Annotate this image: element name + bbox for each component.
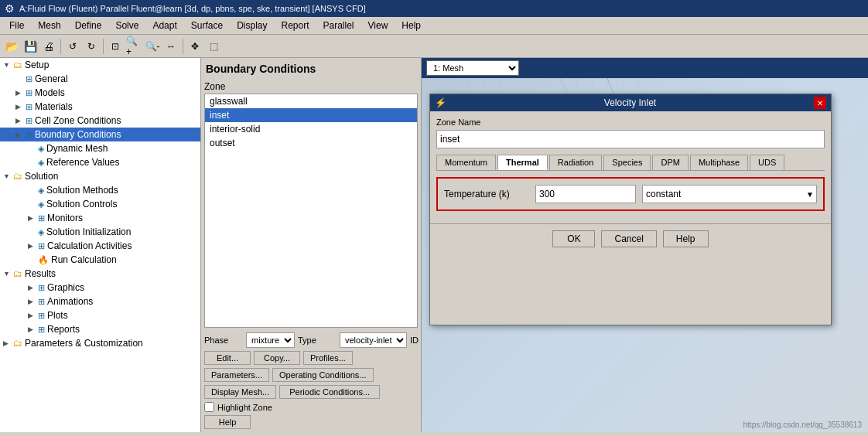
- toolbar-zoom-fit[interactable]: ⊡: [107, 38, 124, 55]
- toolbar-btn-4[interactable]: ↺: [64, 38, 81, 55]
- tree-animations[interactable]: ▶ ⊞ Animations: [0, 295, 200, 308]
- toolbar: 📂 💾 🖨 ↺ ↻ ⊡ 🔍+ 🔍- ↔ ✥ ⬚: [0, 35, 868, 58]
- bc-periodic-conditions-button[interactable]: Periodic Conditions...: [279, 385, 380, 399]
- bc-zone-interior-solid[interactable]: interior-solid: [205, 122, 417, 136]
- materials-label: Materials: [35, 101, 73, 112]
- menu-item-surface[interactable]: Surface: [185, 19, 229, 32]
- general-label: General: [35, 73, 68, 84]
- dialog-ok-button[interactable]: OK: [552, 230, 595, 247]
- tree-graphics[interactable]: ▶ ⊞ Graphics: [0, 281, 200, 295]
- setup-folder-icon: 🗂: [13, 60, 22, 70]
- si-icon: ◈: [38, 227, 44, 237]
- menu-item-report[interactable]: Report: [275, 19, 315, 32]
- tab-thermal[interactable]: Thermal: [497, 155, 548, 170]
- bc-highlight-checkbox[interactable]: [204, 402, 214, 412]
- toolbar-btn-sel[interactable]: ⬚: [205, 38, 222, 55]
- ca-label: Calculation Activities: [47, 240, 132, 251]
- tab-dpm[interactable]: DPM: [652, 155, 688, 170]
- czc-label: Cell Zone Conditions: [35, 115, 121, 126]
- tree-solution-controls[interactable]: ◈ Solution Controls: [0, 197, 200, 211]
- tree-run-calc[interactable]: 🔥 Run Calculation: [0, 253, 200, 267]
- expand-mon-icon: ▶: [28, 214, 36, 222]
- bc-profiles-button[interactable]: Profiles...: [303, 351, 353, 365]
- bc-zone-inset[interactable]: inset: [205, 108, 417, 122]
- zone-name-input[interactable]: [436, 130, 825, 148]
- tree-solution-methods[interactable]: ◈ Solution Methods: [0, 183, 200, 197]
- menu-item-solve[interactable]: Solve: [109, 19, 145, 32]
- menu-item-adapt[interactable]: Adapt: [146, 19, 183, 32]
- bc-zone-outset[interactable]: outset: [205, 136, 417, 150]
- menu-item-display[interactable]: Display: [231, 19, 273, 32]
- setup-label: Setup: [25, 60, 49, 70]
- si-label: Solution Initialization: [46, 227, 131, 237]
- tree-plots[interactable]: ▶ ⊞ Plots: [0, 308, 200, 322]
- tab-uds[interactable]: UDS: [750, 155, 784, 170]
- dialog-help-button[interactable]: Help: [663, 230, 709, 247]
- dialog-cancel-button[interactable]: Cancel: [601, 230, 656, 247]
- tree-monitors[interactable]: ▶ ⊞ Monitors: [0, 211, 200, 225]
- tree-setup[interactable]: ▼ 🗂 Setup: [0, 58, 200, 72]
- tree-solution[interactable]: ▼ 🗂 Solution: [0, 169, 200, 183]
- tree-results[interactable]: ▼ 🗂 Results: [0, 267, 200, 281]
- expand-models-icon: ▶: [15, 89, 23, 97]
- tree-params[interactable]: ▶ 🗂 Parameters & Customization: [0, 336, 200, 350]
- tree-calc-activities[interactable]: ▶ ⊞ Calculation Activities: [0, 239, 200, 253]
- expand-materials-icon: ▶: [15, 103, 23, 111]
- temperature-type-select[interactable]: constant expression profile: [642, 185, 817, 203]
- bc-copy-button[interactable]: Copy...: [254, 351, 300, 365]
- toolbar-btn-2[interactable]: 💾: [22, 38, 39, 55]
- expand-setup-icon: ▼: [3, 61, 11, 69]
- bc-operating-conditions-button[interactable]: Operating Conditions...: [272, 368, 374, 382]
- tab-momentum[interactable]: Momentum: [436, 155, 496, 170]
- bc-display-mesh-button[interactable]: Display Mesh...: [204, 385, 276, 399]
- tree-panel: ▼ 🗂 Setup ⊞ General ▶ ⊞ Models ▶ ⊞ Mater…: [0, 58, 201, 432]
- menu-item-view[interactable]: View: [362, 19, 395, 32]
- tab-multiphase[interactable]: Multiphase: [690, 155, 748, 170]
- menu-item-file[interactable]: File: [3, 19, 30, 32]
- tab-radiation[interactable]: Radiation: [549, 155, 602, 170]
- tree-general[interactable]: ⊞ General: [0, 72, 200, 86]
- menu-item-mesh[interactable]: Mesh: [32, 19, 67, 32]
- results-label: Results: [25, 268, 56, 279]
- params-folder-icon: 🗂: [13, 338, 22, 349]
- tree-reports[interactable]: ▶ ⊞ Reports: [0, 322, 200, 336]
- an-label: Animations: [47, 296, 93, 307]
- bc-edit-button[interactable]: Edit...: [204, 351, 251, 365]
- bc-parameters-button[interactable]: Parameters...: [204, 368, 269, 382]
- dialog-title: Velocity Inlet: [604, 97, 656, 108]
- tree-solution-init[interactable]: ◈ Solution Initialization: [0, 225, 200, 239]
- mesh-select[interactable]: 1: Mesh: [426, 60, 519, 76]
- tab-species[interactable]: Species: [603, 155, 651, 170]
- bc-zone-glasswall[interactable]: glasswall: [205, 94, 417, 108]
- toolbar-btn-1[interactable]: 📂: [3, 38, 20, 55]
- dialog-body: Zone Name Momentum Thermal Radiation Spe…: [430, 111, 831, 223]
- menu-item-define[interactable]: Define: [69, 19, 108, 32]
- tree-boundary-conditions[interactable]: ▶ ⊞ Boundary Conditions: [0, 128, 200, 141]
- temperature-input[interactable]: [535, 185, 636, 203]
- tree-reference-values[interactable]: ◈ Reference Values: [0, 155, 200, 169]
- mon-label: Monitors: [47, 213, 83, 223]
- gr-label: Graphics: [47, 282, 84, 293]
- tree-models[interactable]: ▶ ⊞ Models: [0, 86, 200, 100]
- toolbar-zoom-in[interactable]: 🔍+: [125, 38, 142, 55]
- toolbar-btn-3[interactable]: 🖨: [40, 38, 57, 55]
- tree-dynamic-mesh[interactable]: ◈ Dynamic Mesh: [0, 141, 200, 155]
- menu-item-parallel[interactable]: Parallel: [317, 19, 361, 32]
- toolbar-btn-5[interactable]: ↻: [83, 38, 100, 55]
- expand-czc-icon: ▶: [15, 117, 23, 124]
- toolbar-zoom-out[interactable]: 🔍-: [144, 38, 161, 55]
- tree-materials[interactable]: ▶ ⊞ Materials: [0, 100, 200, 114]
- dm-icon: ◈: [38, 144, 44, 154]
- bc-phase-select[interactable]: mixture: [246, 332, 295, 348]
- dialog-close-button[interactable]: ✕: [814, 97, 826, 109]
- gr-icon: ⊞: [38, 283, 45, 293]
- bc-btn-row-1: Edit... Copy... Profiles...: [204, 351, 418, 365]
- toolbar-btn-move[interactable]: ✥: [186, 38, 203, 55]
- bc-help-button[interactable]: Help: [204, 415, 251, 429]
- expand-params-icon: ▶: [3, 339, 11, 347]
- bc-type-select[interactable]: velocity-inlet: [340, 332, 407, 348]
- tree-cell-zone-conditions[interactable]: ▶ ⊞ Cell Zone Conditions: [0, 114, 200, 128]
- toolbar-rotate[interactable]: ↔: [162, 38, 179, 55]
- menu-item-help[interactable]: Help: [395, 19, 427, 32]
- watermark: https://blog.csdn.net/qq_35538613: [743, 421, 862, 429]
